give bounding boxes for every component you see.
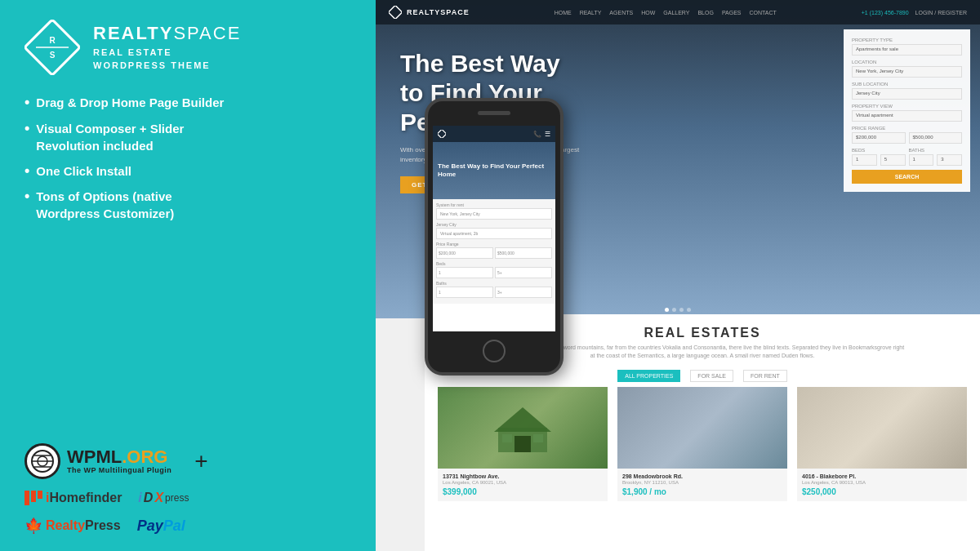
realtypress-logo: 🍁 RealtyPress [24,517,121,535]
search-button[interactable]: SEARCH [852,170,962,184]
phone-hero-text: The Best Way to Find Your Perfect Home [438,162,550,180]
baths-max[interactable]: 3 [937,154,962,166]
bullet-2: • [24,120,29,138]
wpml-tld: .ORG [122,447,167,467]
phone-hero: The Best Way to Find Your Perfect Home [433,142,555,199]
nav-brand-text: REALTYSPACE [407,8,470,16]
phone-beds-max[interactable]: 5+ [495,267,552,278]
ihomefinder-text: iHomefinder [46,491,122,505]
property-info-3: 4016 - Blakebore Pl. Los Angeles, CA 900… [797,469,967,501]
phone-form-label-2: Jersey City [436,222,552,227]
property-photo-3 [797,387,967,469]
dot-3[interactable] [679,308,684,312]
idxpress-d: D [144,491,154,505]
price-range-row: $200,000 $500,000 [852,132,962,144]
property-image-1 [438,387,608,469]
svg-rect-15 [533,434,543,442]
phone-home-button[interactable] [483,340,506,362]
tab-all-properties[interactable]: ALL PROPERTIES [617,370,680,382]
property-address-2: 298 Meadowbrook Rd. [622,473,782,479]
bullet-3: • [24,162,29,180]
property-city-2: Brooklyn, NY 11210, USA [622,480,782,485]
features-list: • Drag & Drop Home Page Builder • Visual… [24,90,351,226]
realtypress-text: RealtyPress [46,518,121,533]
price-max-input[interactable]: $500,000 [909,132,963,144]
beds-field: BEDS 1 5 [852,148,906,166]
property-image-3 [797,387,967,469]
sub-location-field: SUB LOCATION Jersey City [852,82,962,100]
phone-form-row-2[interactable]: Virtual apartment, 2b [436,228,552,239]
nav-home[interactable]: HOME [555,10,572,16]
beds-max[interactable]: 5 [880,154,906,166]
logo-area: R S REALTYSPACE REAL ESTATE WORDPRESS TH… [24,20,351,75]
feature-item-1: • Drag & Drop Home Page Builder [24,90,351,116]
svg-rect-9 [389,6,402,19]
phone-baths-min[interactable]: 1 [436,287,493,298]
nav-pages[interactable]: PAGES [722,10,742,16]
phone-form-label-beds: Beds [436,261,552,266]
tab-for-rent[interactable]: FOR RENT [743,370,787,382]
nav-blog[interactable]: BLOG [697,10,713,16]
baths-min[interactable]: 1 [909,154,934,166]
property-view-label: PROPERTY VIEW [852,104,962,109]
dot-4[interactable] [687,308,691,312]
property-address-3: 4016 - Blakebore Pl. [802,473,962,479]
price-min-input[interactable]: $200,000 [852,132,906,144]
phone-baths-max[interactable]: 3+ [495,287,552,298]
property-view-select[interactable]: Virtual apartment [852,110,962,122]
idxpress-i: i [138,491,141,505]
preview-nav: REALTYSPACE HOME REALTY AGENTS HOW GALLE… [376,0,980,24]
beds-label: BEDS [852,148,906,153]
hero-dots [665,308,691,312]
nav-contact[interactable]: CONTACT [750,10,777,16]
svg-rect-13 [514,436,531,452]
property-view-field: PROPERTY VIEW Virtual apartment [852,104,962,122]
phone-form-price-range: $200,000 $500,000 [436,247,552,259]
phone-phone-icon: 📞 [533,131,541,138]
property-address-1: 13731 Nightbow Ave. [443,473,603,479]
phone-form: System for rent New York, Jersey City Je… [433,199,555,304]
idxpress-press: press [165,492,189,504]
nav-gallery[interactable]: GALLERY [663,10,689,16]
phone-form-label-baths: Baths [436,281,552,286]
maple-icon: 🍁 [24,517,42,535]
beds-min[interactable]: 1 [852,154,877,166]
ihomefinder-logo: iHomefinder [24,491,122,505]
sub-location-label: SUB LOCATION [852,82,962,87]
nav-phone: +1 (123) 456-7890 [862,10,909,16]
phone-nav: 📞 ☰ [433,126,555,142]
brand-name: REALTYSPACE [93,23,241,44]
phone-mockup: 📞 ☰ The Best Way to Find Your Perfect Ho… [425,98,564,375]
wpml-text: WPML.ORG The WP Multilingual Plugin [67,448,172,474]
brand-subtitle: REAL ESTATE WORDPRESS THEME [93,46,241,73]
sub-location-input[interactable]: Jersey City [852,88,962,100]
property-city-3: Los Angeles, CA 90013, USA [802,480,962,485]
dot-2[interactable] [672,308,676,312]
tab-for-sale[interactable]: FOR SALE [690,370,733,382]
property-type-field: PROPERTY TYPE Apartments for sale [852,38,962,56]
nav-right: +1 (123) 456-7890 LOGIN / REGISTER [862,10,967,16]
wpml-row: WPML.ORG The WP Multilingual Plugin + [24,443,351,479]
nav-how[interactable]: HOW [641,10,655,16]
idxpress-logo: i D X press [138,491,189,505]
phone-price-min[interactable]: $200,000 [436,247,493,259]
phone-form-label-1: System for rent [436,202,552,207]
dot-1[interactable] [665,308,669,312]
property-card-1: 13731 Nightbow Ave. Los Angeles, CA 9002… [438,387,608,501]
property-price-1: $399,000 [443,487,603,496]
nav-login[interactable]: LOGIN / REGISTER [915,10,967,16]
phone-form-label-3: Price Range [436,242,552,247]
bp-properties: 13731 Nightbow Ave. Los Angeles, CA 9002… [425,387,980,501]
phone-beds-min[interactable]: 1 [436,267,493,278]
location-input[interactable]: New York, Jersey City [852,66,962,78]
property-type-select[interactable]: Apartments for sale [852,44,962,56]
paypal-logo: PayPal [137,518,185,535]
partner-logos-row1: iHomefinder i D X press [24,491,351,505]
nav-agents[interactable]: AGENTS [609,10,633,16]
phone-form-row-1[interactable]: New York, Jersey City [436,208,552,220]
plus-sign: + [194,448,207,474]
phone-form-baths-row: 1 3+ [436,287,552,298]
phone-price-max[interactable]: $500,000 [495,247,552,259]
nav-realty[interactable]: REALTY [580,10,602,16]
nav-links[interactable]: HOME REALTY AGENTS HOW GALLERY BLOG PAGE… [555,10,777,16]
